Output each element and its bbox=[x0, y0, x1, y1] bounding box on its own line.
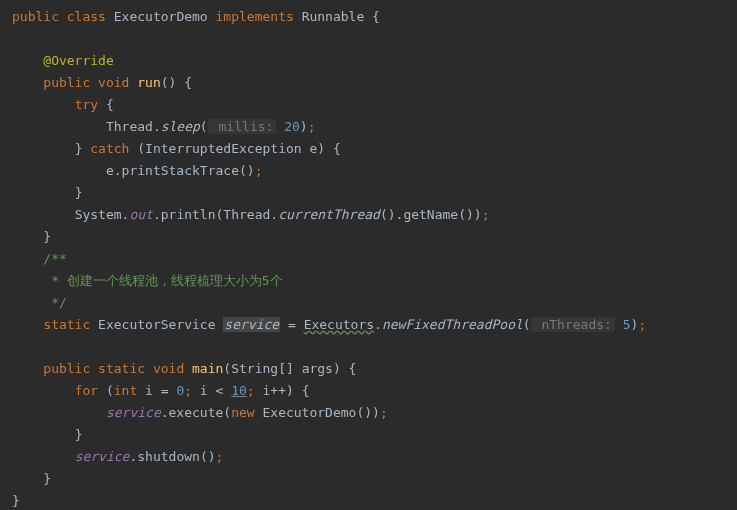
parens: () bbox=[458, 207, 474, 222]
method-shutdown: shutdown bbox=[137, 449, 200, 464]
class-executordemo: ExecutorDemo bbox=[255, 405, 357, 420]
javadoc-end: */ bbox=[43, 295, 66, 310]
class-name: ExecutorDemo bbox=[114, 9, 208, 24]
brace-open: { bbox=[364, 9, 380, 24]
method-getname: getName bbox=[403, 207, 458, 222]
semicolon: ; bbox=[216, 449, 224, 464]
parens: () bbox=[200, 449, 216, 464]
keyword-static: static bbox=[43, 317, 90, 332]
parens: () bbox=[356, 405, 372, 420]
interface-name: Runnable bbox=[302, 9, 365, 24]
brace-close: } bbox=[43, 471, 51, 486]
dot: . bbox=[114, 163, 122, 178]
code-line: service.execute(new ExecutorDemo()); bbox=[12, 402, 737, 424]
brace-close: } bbox=[43, 229, 51, 244]
code-line: public void run() { bbox=[12, 72, 737, 94]
method-currentthread: currentThread bbox=[278, 207, 380, 222]
brace-close: } bbox=[75, 427, 83, 442]
field-out: out bbox=[129, 207, 152, 222]
brace-open: { bbox=[98, 97, 114, 112]
method-printstacktrace: printStackTrace bbox=[122, 163, 239, 178]
javadoc-body: * 创建一个线程池，线程梳理大小为5个 bbox=[43, 273, 282, 288]
literal-10: 10 bbox=[231, 383, 247, 398]
code-line: /** bbox=[12, 248, 737, 270]
brackets: [] bbox=[278, 361, 294, 376]
plusplus: ++ bbox=[270, 383, 286, 398]
type-interrupted: InterruptedException bbox=[145, 141, 302, 156]
brace-close: } bbox=[75, 185, 83, 200]
method-sleep: sleep bbox=[161, 119, 200, 134]
method-newfixedthreadpool: newFixedThreadPool bbox=[382, 317, 523, 332]
param-args: args bbox=[302, 361, 333, 376]
code-line: * 创建一个线程池，线程梳理大小为5个 bbox=[12, 270, 737, 292]
brace-open: { bbox=[341, 361, 357, 376]
paren-close: ) bbox=[372, 405, 380, 420]
code-line: } bbox=[12, 490, 737, 510]
keyword-public: public bbox=[43, 75, 90, 90]
paren-close: ) bbox=[333, 361, 341, 376]
code-line: public class ExecutorDemo implements Run… bbox=[12, 6, 737, 28]
var-i: i bbox=[145, 383, 153, 398]
literal-20: 20 bbox=[284, 119, 300, 134]
code-line: service.shutdown(); bbox=[12, 446, 737, 468]
keyword-public: public bbox=[43, 361, 90, 376]
code-line: } bbox=[12, 182, 737, 204]
keyword-public: public bbox=[12, 9, 59, 24]
class-thread: Thread. bbox=[106, 119, 161, 134]
semicolon: ; bbox=[247, 383, 255, 398]
code-line: } catch (InterruptedException e) { bbox=[12, 138, 737, 160]
parens: () bbox=[161, 75, 177, 90]
field-service: service bbox=[75, 449, 130, 464]
code-line bbox=[12, 336, 737, 358]
keyword-void: void bbox=[98, 75, 129, 90]
parens: () bbox=[239, 163, 255, 178]
method-main: main bbox=[192, 361, 223, 376]
paren-open: ( bbox=[223, 361, 231, 376]
keyword-try: try bbox=[75, 97, 98, 112]
paren-open: ( bbox=[137, 141, 145, 156]
paren-open: ( bbox=[223, 405, 231, 420]
semicolon: ; bbox=[184, 383, 192, 398]
paren-open: ( bbox=[200, 119, 208, 134]
var-e: e bbox=[106, 163, 114, 178]
code-line: try { bbox=[12, 94, 737, 116]
code-editor[interactable]: public class ExecutorDemo implements Run… bbox=[0, 0, 737, 510]
semicolon: ; bbox=[255, 163, 263, 178]
field-service: service bbox=[106, 405, 161, 420]
class-thread: Thread. bbox=[223, 207, 278, 222]
code-line: public static void main(String[] args) { bbox=[12, 358, 737, 380]
method-execute: execute bbox=[169, 405, 224, 420]
keyword-new: new bbox=[231, 405, 254, 420]
keyword-implements: implements bbox=[216, 9, 294, 24]
paren-close: ) bbox=[474, 207, 482, 222]
var-i: i bbox=[255, 383, 271, 398]
literal-5: 5 bbox=[623, 317, 631, 332]
code-line bbox=[12, 28, 737, 50]
param-hint-nthreads: nThreads: bbox=[531, 317, 615, 332]
keyword-for: for bbox=[75, 383, 98, 398]
annotation-override: @Override bbox=[43, 53, 113, 68]
brace-open: { bbox=[176, 75, 192, 90]
paren-open: ( bbox=[523, 317, 531, 332]
code-line: System.out.println(Thread.currentThread(… bbox=[12, 204, 737, 226]
code-line: */ bbox=[12, 292, 737, 314]
condition: i < bbox=[192, 383, 231, 398]
brace-close: } bbox=[12, 493, 20, 508]
keyword-catch: catch bbox=[90, 141, 129, 156]
parens: () bbox=[380, 207, 396, 222]
semicolon: ; bbox=[380, 405, 388, 420]
code-line: } bbox=[12, 424, 737, 446]
code-line: Thread.sleep( millis: 20); bbox=[12, 116, 737, 138]
code-line: } bbox=[12, 468, 737, 490]
method-run: run bbox=[137, 75, 160, 90]
dot: . bbox=[374, 317, 382, 332]
dot: . bbox=[153, 207, 161, 222]
paren-close: ) bbox=[286, 383, 294, 398]
code-line: e.printStackTrace(); bbox=[12, 160, 737, 182]
semicolon: ; bbox=[308, 119, 316, 134]
brace-close: } bbox=[75, 141, 83, 156]
dot: . bbox=[161, 405, 169, 420]
keyword-void: void bbox=[153, 361, 184, 376]
equals: = bbox=[153, 383, 176, 398]
type-string: String bbox=[231, 361, 278, 376]
